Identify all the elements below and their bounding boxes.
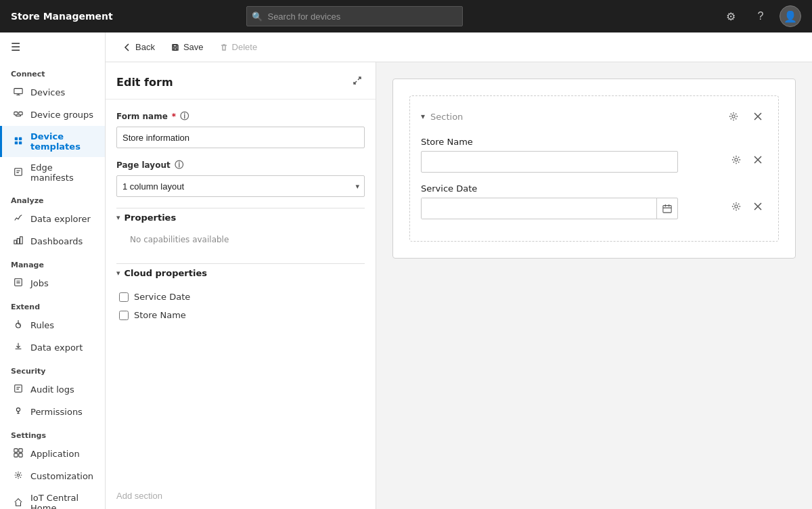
device-templates-icon [13, 136, 24, 148]
page-layout-field: Page layout ⓘ 1 column layout 2 column l… [116, 159, 365, 197]
section-close-button[interactable] [748, 107, 767, 126]
sidebar-label-data-export: Data export [30, 342, 83, 353]
sidebar-item-customization[interactable]: Customization [0, 465, 105, 487]
add-section-button[interactable]: Add section [106, 483, 376, 509]
properties-chevron-icon: ▾ [116, 213, 120, 222]
date-picker-button[interactable] [656, 198, 677, 219]
svg-rect-11 [15, 279, 22, 286]
sidebar-item-data-export[interactable]: Data export [0, 336, 105, 359]
toolbar: Back Save Delete [106, 32, 812, 62]
service-date-field-content: Service Date [421, 183, 721, 219]
delete-button[interactable]: Delete [213, 39, 265, 56]
store-name-field-input[interactable] [421, 151, 678, 173]
main-layout: ☰ Connect Devices Device groups Device t… [0, 32, 812, 509]
store-name-field-label: Store Name [421, 137, 721, 147]
calendar-icon [662, 204, 672, 213]
store-name-close-icon [754, 156, 762, 164]
sidebar-item-edge-manifests[interactable]: Edge manifests [0, 157, 105, 188]
preview-card: ▾ Section [392, 79, 796, 259]
collapse-icon [353, 76, 362, 85]
service-date-field-row: Service Date [421, 183, 767, 219]
sidebar-label-devices: Devices [30, 87, 65, 97]
properties-label: Properties [125, 213, 177, 223]
svg-point-19 [17, 474, 20, 477]
svg-rect-10 [20, 237, 23, 244]
properties-content: No capabilities available [116, 227, 365, 252]
service-date-field-input-wrap [421, 198, 678, 219]
sidebar-item-permissions[interactable]: Permissions [0, 401, 105, 423]
cloud-properties-label: Cloud properties [125, 268, 207, 278]
avatar-btn[interactable]: 👤 [780, 5, 801, 27]
form-name-field: Form name * ⓘ [116, 110, 365, 148]
sidebar-item-application[interactable]: Application [0, 443, 105, 465]
page-layout-info-icon[interactable]: ⓘ [175, 159, 183, 171]
iot-central-home-icon [13, 497, 24, 509]
content-area: Back Save Delete Edit form [106, 32, 812, 509]
service-date-settings-button[interactable] [727, 197, 746, 216]
topbar: Store Management 🔍 ⚙ ? 👤 [0, 0, 812, 32]
svg-rect-21 [173, 45, 177, 47]
sidebar-label-audit-logs: Audit logs [30, 384, 74, 395]
sidebar-label-rules: Rules [30, 320, 54, 330]
hamburger-btn[interactable]: ☰ [0, 32, 105, 62]
settings-icon-btn[interactable]: ⚙ [720, 5, 742, 27]
service-date-gear-icon [731, 202, 741, 211]
back-icon [123, 43, 131, 51]
svg-rect-2 [19, 112, 22, 114]
cloud-prop-store-name-label: Store Name [134, 310, 186, 320]
page-layout-label-text: Page layout [116, 160, 171, 170]
svg-rect-17 [14, 453, 18, 457]
sidebar-item-device-groups[interactable]: Device groups [0, 104, 105, 126]
data-explorer-icon [13, 213, 24, 225]
avatar-icon: 👤 [784, 10, 797, 23]
application-icon [13, 448, 24, 460]
sidebar-item-jobs[interactable]: Jobs [0, 272, 105, 294]
svg-point-14 [16, 408, 20, 412]
search-input[interactable] [246, 6, 463, 26]
edit-panel: Edit form Form name * ⓘ [106, 62, 376, 509]
form-name-info-icon[interactable]: ⓘ [180, 110, 189, 123]
no-capabilities-text: No capabilities available [116, 232, 365, 247]
collapse-panel-button[interactable] [350, 73, 365, 91]
sidebar-item-devices[interactable]: Devices [0, 81, 105, 104]
sidebar-item-data-explorer[interactable]: Data explorer [0, 208, 105, 230]
store-name-field-content: Store Name [421, 137, 721, 173]
section-manage: Manage [0, 252, 105, 272]
section-settings-button[interactable] [724, 107, 743, 126]
sidebar-item-audit-logs[interactable]: Audit logs [0, 378, 105, 401]
sidebar-item-rules[interactable]: Rules [0, 314, 105, 336]
service-date-field-input[interactable] [422, 198, 656, 219]
properties-header[interactable]: ▾ Properties [116, 208, 365, 227]
sidebar-item-iot-central-home[interactable]: IoT Central Home [0, 487, 105, 509]
sidebar-item-device-templates[interactable]: Device templates [0, 126, 105, 157]
svg-rect-20 [174, 48, 177, 50]
checkbox-store-name[interactable] [119, 311, 129, 320]
svg-rect-16 [19, 449, 22, 452]
page-layout-select-wrap: 1 column layout 2 column layout ▾ [116, 175, 365, 197]
svg-point-23 [735, 158, 738, 161]
service-date-close-button[interactable] [748, 197, 767, 216]
section-header-left: ▾ Section [421, 112, 463, 122]
back-button[interactable]: Back [116, 39, 162, 56]
properties-section: ▾ Properties No capabilities available [116, 208, 365, 252]
store-name-settings-button[interactable] [727, 150, 746, 169]
save-icon [171, 43, 179, 51]
sidebar-label-edge-manifests: Edge manifests [30, 162, 94, 183]
permissions-icon [13, 406, 24, 418]
preview-area: ▾ Section [376, 62, 812, 509]
help-icon: ? [758, 10, 764, 22]
cloud-properties-header[interactable]: ▾ Cloud properties [116, 263, 365, 282]
form-name-input[interactable] [116, 127, 365, 148]
save-button[interactable]: Save [164, 39, 210, 56]
store-name-close-button[interactable] [748, 150, 767, 169]
sidebar-label-application: Application [30, 449, 80, 459]
delete-label: Delete [232, 42, 258, 52]
sidebar-item-dashboards[interactable]: Dashboards [0, 230, 105, 252]
help-icon-btn[interactable]: ? [750, 5, 771, 27]
app-title: Store Management [11, 11, 113, 22]
search-icon: 🔍 [252, 12, 263, 22]
section-header: ▾ Section [421, 107, 767, 126]
svg-rect-24 [663, 206, 671, 213]
page-layout-select[interactable]: 1 column layout 2 column layout [116, 175, 365, 197]
checkbox-service-date[interactable] [119, 292, 129, 302]
